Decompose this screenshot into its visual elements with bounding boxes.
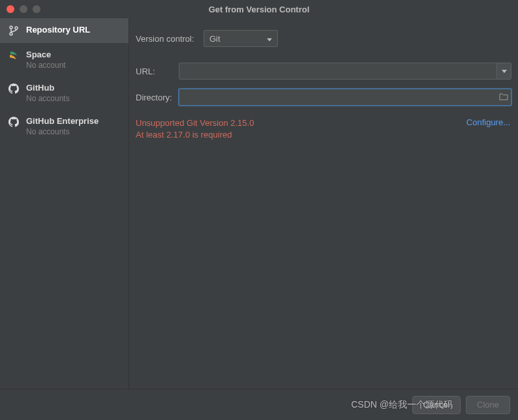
sidebar-item-sublabel: No accounts — [26, 127, 99, 136]
sidebar-item-github-enterprise[interactable]: GitHub Enterprise No accounts — [0, 110, 129, 143]
version-control-value: Git — [209, 34, 221, 44]
maximize-window-button[interactable] — [33, 5, 40, 13]
sidebar-item-label: Space — [26, 50, 66, 59]
sidebar-item-space[interactable]: Space No account — [0, 43, 129, 76]
sidebar-item-github[interactable]: GitHub No accounts — [0, 76, 129, 110]
minimize-window-button[interactable] — [20, 5, 27, 13]
footer: Cancel Clone — [0, 389, 518, 420]
row-url: URL: — [136, 63, 511, 80]
configure-link[interactable]: Configure... — [466, 117, 511, 127]
url-input[interactable] — [179, 63, 511, 80]
main-area: Repository URL Space No account — [0, 18, 518, 389]
github-icon — [8, 83, 20, 95]
sidebar-item-repository-url[interactable]: Repository URL — [0, 18, 129, 43]
svg-point-1 — [10, 33, 12, 35]
row-version-control: Version control: Git — [136, 30, 511, 47]
error-line-2: At least 2.17.0 is required — [136, 129, 254, 141]
content-panel: Version control: Git URL: Directory: — [129, 18, 518, 389]
error-line-1: Unsupported Git Version 2.15.0 — [136, 117, 254, 129]
version-control-select[interactable]: Git — [204, 30, 278, 47]
branch-icon — [8, 25, 20, 37]
sidebar-item-sublabel: No accounts — [26, 94, 70, 103]
sidebar-item-label: GitHub — [26, 83, 70, 93]
svg-point-0 — [10, 26, 12, 29]
directory-label: Directory: — [136, 93, 179, 102]
url-label: URL: — [136, 67, 179, 76]
titlebar: Get from Version Control — [0, 0, 518, 18]
svg-point-2 — [15, 27, 18, 29]
row-directory: Directory: — [136, 89, 511, 106]
error-message: Unsupported Git Version 2.15.0 At least … — [136, 117, 254, 141]
sidebar-item-label: Repository URL — [26, 25, 90, 35]
sidebar-item-label: GitHub Enterprise — [26, 116, 99, 126]
github-icon — [8, 116, 20, 128]
clone-button[interactable]: Clone — [466, 396, 510, 414]
window-controls — [0, 5, 40, 13]
close-window-button[interactable] — [7, 5, 14, 13]
folder-icon — [499, 93, 508, 102]
directory-input[interactable] — [179, 89, 511, 106]
sidebar: Repository URL Space No account — [0, 18, 129, 389]
url-dropdown-button[interactable] — [496, 63, 511, 79]
version-control-label: Version control: — [136, 34, 204, 44]
cancel-button[interactable]: Cancel — [412, 396, 461, 414]
space-icon — [8, 50, 20, 61]
chevron-down-icon — [267, 34, 272, 44]
window-title: Get from Version Control — [0, 5, 518, 14]
sidebar-item-sublabel: No account — [26, 61, 66, 70]
error-block: Unsupported Git Version 2.15.0 At least … — [136, 115, 511, 141]
browse-directory-button[interactable] — [496, 89, 511, 105]
